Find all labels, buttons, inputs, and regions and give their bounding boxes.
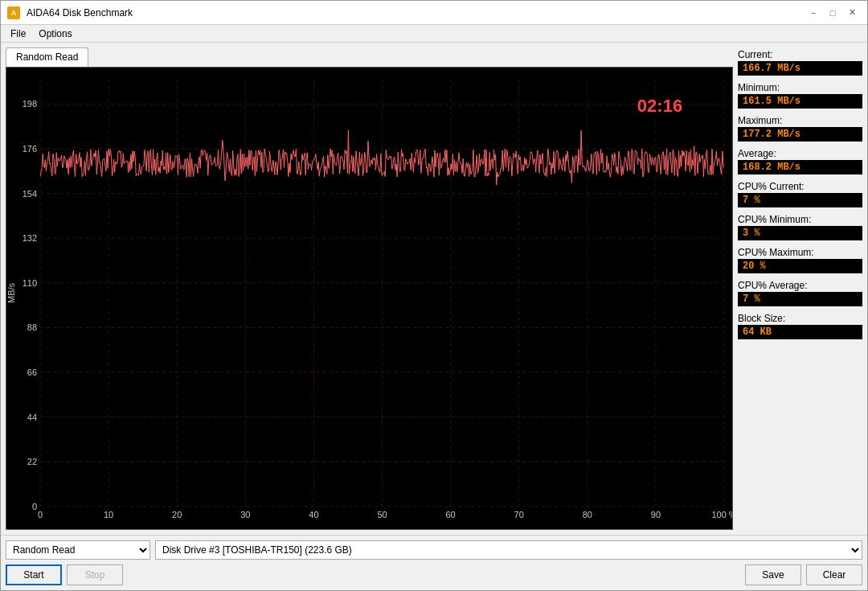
- title-bar: A AIDA64 Disk Benchmark − □ ✕: [1, 1, 867, 25]
- tab-random-read[interactable]: Random Read: [6, 47, 88, 67]
- cpu-current-value: 7 %: [738, 193, 862, 207]
- block-size-value: 64 KB: [738, 325, 862, 339]
- cpu-current-label: CPU% Current:: [738, 181, 862, 192]
- window-title: AIDA64 Disk Benchmark: [27, 7, 133, 18]
- stat-maximum: Maximum: 177.2 MB/s: [738, 115, 862, 142]
- bottom-row2: Start Stop Save Clear: [6, 564, 862, 585]
- cpu-average-value: 7 %: [738, 292, 862, 306]
- minimize-button[interactable]: −: [805, 4, 822, 22]
- stat-cpu-average: CPU% Average: 7 %: [738, 280, 862, 306]
- maximum-label: Maximum:: [738, 115, 862, 126]
- maximum-value: 177.2 MB/s: [738, 127, 862, 142]
- maximize-button[interactable]: □: [824, 4, 841, 22]
- current-value: 166.7 MB/s: [738, 61, 862, 76]
- title-bar-left: A AIDA64 Disk Benchmark: [7, 6, 133, 19]
- cpu-average-label: CPU% Average:: [738, 280, 862, 291]
- drive-select[interactable]: Disk Drive #3 [TOSHIBA-TR150] (223.6 GB): [155, 540, 862, 560]
- bottom-row1: Random Read Random Write Sequential Read…: [6, 540, 862, 560]
- cpu-maximum-label: CPU% Maximum:: [738, 247, 862, 258]
- benchmark-chart: [6, 68, 732, 529]
- chart-area: [6, 67, 733, 530]
- stat-current: Current: 166.7 MB/s: [738, 49, 862, 76]
- main-content: Random Read Current: 166.7 MB/s Minimum:…: [1, 43, 867, 535]
- close-button[interactable]: ✕: [843, 4, 861, 22]
- stat-cpu-maximum: CPU% Maximum: 20 %: [738, 247, 862, 273]
- minimum-label: Minimum:: [738, 82, 862, 93]
- app-icon: A: [7, 6, 20, 19]
- cpu-maximum-value: 20 %: [738, 259, 862, 273]
- right-panel: Current: 166.7 MB/s Minimum: 161.5 MB/s …: [738, 47, 862, 530]
- average-label: Average:: [738, 148, 862, 159]
- window-controls: − □ ✕: [805, 4, 861, 22]
- stat-cpu-minimum: CPU% Minimum: 3 %: [738, 214, 862, 240]
- mode-select[interactable]: Random Read Random Write Sequential Read…: [6, 540, 150, 560]
- left-panel: Random Read: [6, 47, 733, 530]
- menu-bar: File Options: [1, 25, 867, 43]
- bottom-bar: Random Read Random Write Sequential Read…: [1, 535, 867, 590]
- stat-minimum: Minimum: 161.5 MB/s: [738, 82, 862, 109]
- menu-options[interactable]: Options: [32, 27, 78, 41]
- tab-bar: Random Read: [6, 47, 733, 67]
- minimum-value: 161.5 MB/s: [738, 94, 862, 109]
- menu-file[interactable]: File: [4, 27, 32, 41]
- stat-block-size: Block Size: 64 KB: [738, 313, 862, 339]
- current-label: Current:: [738, 49, 862, 60]
- start-button[interactable]: Start: [6, 564, 62, 585]
- clear-button[interactable]: Clear: [806, 564, 862, 585]
- stat-average: Average: 168.2 MB/s: [738, 148, 862, 174]
- cpu-minimum-label: CPU% Minimum:: [738, 214, 862, 225]
- stop-button[interactable]: Stop: [67, 564, 123, 585]
- save-button[interactable]: Save: [745, 564, 801, 585]
- block-size-label: Block Size:: [738, 313, 862, 324]
- stat-cpu-current: CPU% Current: 7 %: [738, 181, 862, 207]
- main-window: A AIDA64 Disk Benchmark − □ ✕ File Optio…: [0, 0, 868, 591]
- cpu-minimum-value: 3 %: [738, 226, 862, 240]
- average-value: 168.2 MB/s: [738, 160, 862, 174]
